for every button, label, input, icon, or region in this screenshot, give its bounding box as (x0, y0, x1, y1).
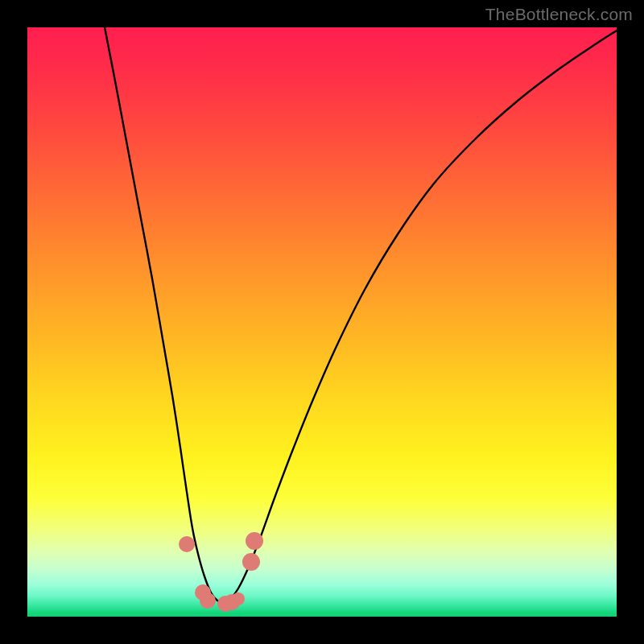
watermark-text: TheBottleneck.com (485, 5, 633, 24)
data-marker (232, 592, 245, 605)
bottleneck-curve (105, 27, 617, 602)
plot-area (27, 27, 617, 617)
chart-frame: TheBottleneck.com (0, 0, 644, 644)
data-marker (246, 532, 263, 550)
data-marker (242, 553, 260, 571)
data-marker (200, 592, 216, 609)
data-marker (179, 536, 195, 552)
data-markers (179, 532, 263, 612)
chart-svg (27, 27, 617, 617)
